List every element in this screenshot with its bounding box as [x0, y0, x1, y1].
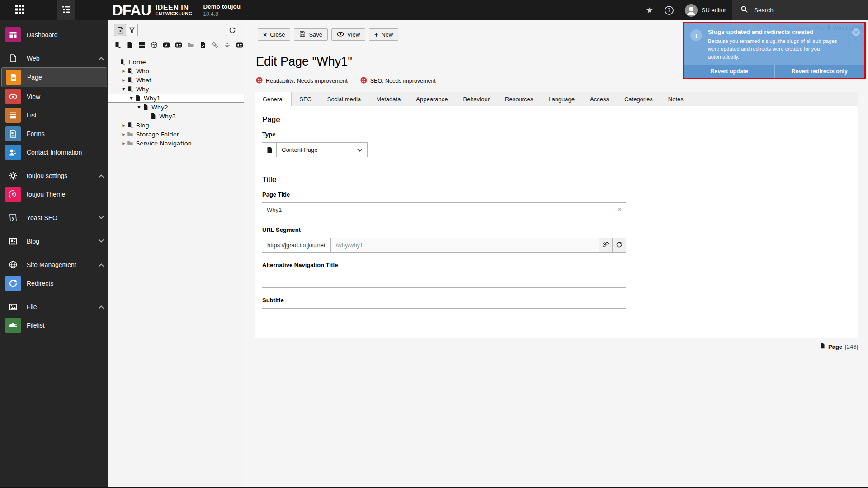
sidebar-item-filelist[interactable]: Filelist	[0, 316, 108, 334]
tree-item-who[interactable]: ▶ Who	[108, 66, 244, 75]
list-icon	[5, 108, 21, 123]
user-menu[interactable]: SU editor	[685, 4, 726, 17]
dfau-logo[interactable]: DFAU IDEEN IN ENTWICKLUNG	[112, 3, 192, 18]
clear-input-icon[interactable]: ×	[618, 206, 622, 212]
view-button[interactable]: View	[331, 28, 365, 41]
expand-icon[interactable]: ▶	[121, 123, 127, 127]
tab-seo[interactable]: SEO	[292, 92, 319, 106]
expand-icon[interactable]: ▶	[121, 69, 127, 73]
siteroot-icon	[127, 86, 133, 92]
page-type-select[interactable]: Content Page	[276, 142, 368, 157]
expand-icon[interactable]: ▶	[121, 78, 127, 82]
drag-shortcut-icon[interactable]	[199, 42, 207, 49]
section-heading-title: Title	[262, 175, 851, 184]
tab-categories[interactable]: Categories	[617, 92, 660, 106]
search-icon	[741, 5, 748, 15]
new-button[interactable]: +New	[369, 28, 398, 41]
page-tree-panel: Home ▶ Who ▶ What ▼ Why ▼ Why1	[108, 20, 244, 487]
tree-item-home[interactable]: Home	[108, 57, 244, 66]
tab-general[interactable]: General	[255, 92, 292, 106]
tab-resources[interactable]: Resources	[497, 92, 541, 106]
drag-mountpoint-icon[interactable]	[151, 42, 158, 49]
bookmark-star-icon[interactable]: ★	[646, 5, 653, 15]
sidebar-section-toujou-settings[interactable]: toujou settings	[0, 166, 108, 185]
sad-face-icon	[256, 77, 263, 85]
drag-page-content-icon[interactable]	[126, 42, 133, 49]
tab-access[interactable]: Access	[582, 92, 617, 106]
collapse-icon[interactable]: ▼	[136, 105, 142, 109]
tree-item-blog[interactable]: ▶ Blog	[108, 121, 244, 130]
drag-backend-section-icon[interactable]	[138, 42, 146, 49]
page-title-input[interactable]	[262, 202, 626, 217]
tab-notes[interactable]: Notes	[660, 92, 691, 106]
tree-item-service-navigation[interactable]: ▶ Service-Navigation	[108, 139, 244, 148]
collapse-icon[interactable]: ▼	[128, 96, 134, 100]
sidebar-section-yoast-seo[interactable]: y Yoast SEO	[0, 208, 108, 227]
modulemenu-toggle-button[interactable]	[10, 0, 30, 20]
sidebar-section-blog[interactable]: Blog	[0, 232, 108, 250]
url-segment-label: URL Segment	[262, 226, 851, 233]
tree-item-why[interactable]: ▼ Why	[108, 84, 244, 94]
drag-page-default-icon[interactable]	[114, 42, 121, 49]
tree-item-why1-selected[interactable]: ▼ Why1	[108, 94, 244, 103]
notification-slugs-updated: i Slugs updated and redirects created Be…	[683, 22, 866, 79]
typo3-backend: DFAU IDEEN IN ENTWICKLUNG Demo toujou 10…	[0, 0, 868, 488]
drag-spacer-icon[interactable]	[224, 42, 231, 49]
tree-item-what[interactable]: ▶ What	[108, 75, 244, 84]
sidebar-item-toujou-theme[interactable]: toujou Theme	[0, 185, 108, 203]
sidebar-section-web[interactable]: Web	[0, 49, 108, 67]
chevron-down-icon	[99, 237, 104, 242]
tree-item-why2[interactable]: ▼ Why2	[108, 103, 244, 112]
revert-redirects-only-button[interactable]: Revert redirects only	[774, 65, 865, 78]
sidebar-item-redirects[interactable]: Redirects	[0, 274, 108, 292]
close-notification-icon[interactable]: ×	[852, 28, 860, 36]
seo-status: SEO: Needs improvement	[360, 77, 436, 85]
save-button[interactable]: Save	[294, 28, 328, 41]
chevron-up-icon	[99, 305, 104, 310]
tab-appearance[interactable]: Appearance	[408, 92, 455, 106]
page-tree: Home ▶ Who ▶ What ▼ Why ▼ Why1	[108, 53, 244, 148]
expand-icon[interactable]: ▶	[121, 132, 127, 136]
sidebar-item-list[interactable]: List	[0, 106, 108, 124]
alternative-navigation-title-field	[262, 273, 626, 288]
tab-metadata[interactable]: Metadata	[368, 92, 408, 106]
edit-url-segment-button[interactable]	[599, 238, 613, 253]
sidebar-section-site-management[interactable]: Site Management	[0, 255, 108, 274]
revert-update-button[interactable]: Revert update	[684, 65, 774, 78]
refresh-pagetree-button[interactable]	[226, 24, 238, 36]
filter-button[interactable]	[126, 24, 138, 36]
alternative-navigation-title-input[interactable]	[262, 273, 626, 288]
folder-icon	[127, 131, 133, 137]
pagetree-toggle-button[interactable]	[57, 0, 75, 20]
new-page-button[interactable]	[114, 24, 126, 36]
subtitle-input[interactable]	[262, 308, 626, 323]
tab-social-media[interactable]: Social media	[320, 92, 368, 106]
sidebar-item-forms[interactable]: Forms	[0, 124, 108, 143]
drag-plugin-icon[interactable]	[175, 42, 182, 49]
redirect-icon	[5, 276, 21, 291]
expand-icon[interactable]: ▶	[121, 141, 127, 145]
drag-plugin-2-icon[interactable]	[236, 42, 243, 49]
sidebar-item-view[interactable]: View	[0, 87, 108, 106]
drag-folder-icon[interactable]	[187, 42, 194, 49]
help-icon[interactable]: ?	[665, 6, 674, 15]
tab-language[interactable]: Language	[541, 92, 582, 106]
sidebar-item-page[interactable]: Page	[1, 67, 107, 87]
sidebar-section-file[interactable]: File	[0, 297, 108, 316]
sidebar-item-contact-information[interactable]: Contact Information	[0, 143, 108, 161]
notification-body: Because you renamed a slug, the slugs of…	[708, 38, 838, 61]
search-bar[interactable]: Search	[732, 0, 868, 20]
drag-link-icon[interactable]	[212, 42, 219, 49]
tree-item-storage-folder[interactable]: ▶ Storage Folder	[108, 130, 244, 139]
recalculate-url-segment-button[interactable]	[612, 238, 626, 253]
collapse-icon[interactable]: ▼	[121, 87, 127, 91]
module-menu: Dashboard Web Page View List Forms Conta…	[0, 20, 108, 487]
close-button[interactable]: ×Close	[258, 28, 290, 41]
globe-icon	[5, 260, 21, 269]
drag-special-star-icon[interactable]	[163, 42, 170, 49]
alternative-navigation-title-label: Alternative Navigation Title	[262, 262, 851, 268]
sidebar-item-dashboard[interactable]: Dashboard	[0, 25, 108, 44]
tree-item-why3[interactable]: Why3	[108, 112, 244, 121]
close-icon: ×	[263, 32, 267, 38]
tab-behaviour[interactable]: Behaviour	[455, 92, 497, 106]
